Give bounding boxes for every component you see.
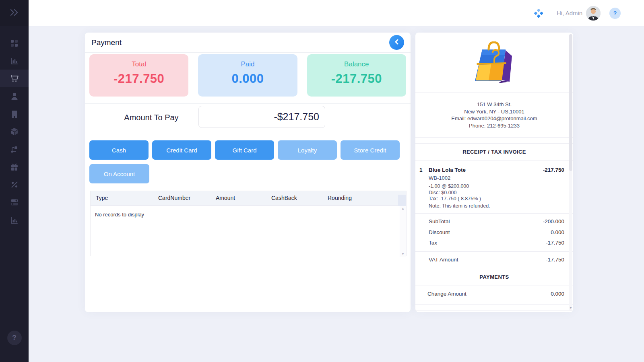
payment-methods-row-2: On Account: [89, 164, 149, 183]
sidebar-item-discounts[interactable]: [0, 176, 29, 193]
item-note: Note: This item is refunded.: [429, 203, 490, 210]
column-type: Type: [96, 195, 108, 201]
percent-icon: [11, 181, 18, 188]
gift-icon: [10, 163, 18, 171]
address-line-2: New York, NY - US,10001: [415, 108, 573, 115]
chevron-left-icon: [394, 39, 400, 46]
sidebar-item-analytics[interactable]: [0, 211, 29, 229]
sidebar-item-gift-cards[interactable]: [0, 158, 29, 176]
apps-icon[interactable]: [534, 9, 543, 18]
sitemap-icon: [10, 146, 18, 153]
payments-section-title: PAYMENTS: [415, 274, 573, 280]
discount-label: Discount: [429, 229, 450, 235]
loyalty-button[interactable]: Loyalty: [278, 140, 337, 160]
scroll-up-icon[interactable]: ▲: [401, 207, 405, 210]
vat-value: -17.750: [546, 257, 564, 263]
store-email: Email: edward0204@protonmail.com: [415, 115, 573, 122]
total-label: Total: [89, 60, 188, 68]
sidebar-item-transfers[interactable]: [0, 140, 29, 158]
discount-value: 0.000: [551, 229, 564, 235]
payment-methods-row-1: Cash Credit Card Gift Card Loyalty Store…: [89, 140, 400, 160]
histogram-icon: [10, 216, 18, 224]
total-card: Total -217.750: [89, 54, 188, 97]
table-scrollbar[interactable]: ▲ ▼: [400, 206, 406, 257]
change-amount-value: 0.000: [551, 291, 564, 297]
scroll-down-icon[interactable]: ▼: [569, 306, 572, 310]
user-icon: [11, 93, 18, 100]
column-amount: Amount: [216, 195, 235, 201]
item-tax: Tax: -17.750 ( 8.875% ): [429, 196, 481, 202]
sidebar-item-dashboard[interactable]: [0, 34, 29, 52]
receipt-scrollbar[interactable]: [569, 34, 572, 311]
paid-label: Paid: [198, 60, 297, 68]
payment-panel: Payment Total -217.750 Paid 0.000 Balanc…: [85, 33, 411, 312]
store-address: 151 W 34th St. New York, NY - US,10001 E…: [415, 101, 573, 129]
question-mark-icon: ?: [613, 10, 617, 16]
divider: [415, 268, 573, 268]
divider: [415, 143, 573, 144]
item-sku: WB-1002: [429, 175, 450, 181]
balance-card: Balance -217.750: [307, 54, 406, 97]
item-qty-price: -1.00 @ $200.000: [429, 183, 469, 190]
subtotal-label: SubTotal: [429, 218, 450, 224]
sidebar-item-reports[interactable]: [0, 52, 29, 70]
help-button[interactable]: ?: [609, 8, 621, 19]
payments-table: Type CardNumber Amount CashBack Rounding…: [90, 191, 407, 256]
change-amount-label: Change Amount: [427, 291, 466, 297]
summary-cards: Total -217.750 Paid 0.000 Balance -217.7…: [89, 54, 406, 97]
amount-to-pay-input[interactable]: [198, 106, 325, 128]
sidebar-item-customers[interactable]: [0, 87, 29, 105]
divider: [415, 286, 573, 286]
amount-to-pay-label: Amount To Pay: [109, 113, 194, 122]
column-cardnumber: CardNumber: [158, 195, 190, 201]
topbar: [29, 0, 644, 27]
back-button[interactable]: [389, 35, 404, 50]
bar-chart-icon: [10, 57, 18, 65]
address-line-1: 151 W 34th St.: [415, 101, 573, 108]
chevrons-right-icon: [9, 8, 20, 18]
store-phone: Phone: 212-695-1233: [415, 122, 573, 130]
sidebar-collapse-button[interactable]: [0, 0, 29, 26]
balance-value: -217.750: [307, 72, 406, 86]
gift-card-button[interactable]: Gift Card: [215, 140, 274, 160]
grid-icon: [10, 39, 18, 47]
cash-button[interactable]: Cash: [89, 140, 149, 160]
sidebar: ?: [0, 0, 29, 362]
toggles-icon: [10, 199, 19, 206]
user-greeting: Hi, Admin: [557, 10, 582, 16]
page-title: Payment: [91, 38, 122, 47]
cube-icon: [10, 128, 18, 136]
building-icon: [11, 110, 18, 118]
on-account-button[interactable]: On Account: [89, 164, 149, 183]
store-logo: [472, 41, 517, 88]
balance-label: Balance: [307, 60, 406, 68]
credit-card-button[interactable]: Credit Card: [152, 140, 211, 160]
column-cashback: CashBack: [271, 195, 297, 201]
subtotal-value: -200.000: [543, 218, 564, 224]
divider: [415, 213, 573, 214]
shopping-cart-icon: [10, 74, 19, 82]
user-avatar[interactable]: [586, 6, 601, 21]
sidebar-help-button[interactable]: ?: [7, 331, 22, 345]
sidebar-item-company[interactable]: [0, 105, 29, 123]
sidebar-item-pos[interactable]: [0, 70, 29, 87]
item-name: Blue Lola Tote: [429, 167, 466, 173]
empty-table-message: No records to display: [95, 212, 144, 218]
divider: [85, 103, 411, 104]
vat-label: VAT Amount: [429, 257, 458, 263]
divider: [415, 93, 573, 93]
scroll-down-icon[interactable]: ▼: [401, 252, 405, 256]
sidebar-item-settings[interactable]: [0, 193, 29, 211]
store-credit-button[interactable]: Store Credit: [341, 140, 400, 160]
payments-table-header: Type CardNumber Amount CashBack Rounding: [91, 191, 406, 206]
payment-panel-header: Payment: [85, 33, 411, 53]
item-amount: -217.750: [543, 167, 564, 173]
paid-card: Paid 0.000: [198, 54, 297, 97]
sidebar-item-products[interactable]: [0, 123, 29, 140]
item-index: 1: [419, 167, 423, 173]
receipt-title: RECEIPT / TAX INVOICE: [415, 149, 573, 155]
item-discount: Disc: $0.000: [429, 190, 456, 196]
total-value: -217.750: [89, 72, 188, 86]
receipt-panel: 151 W 34th St. New York, NY - US,10001 E…: [415, 33, 573, 312]
scrollbar-thumb[interactable]: [569, 34, 572, 171]
